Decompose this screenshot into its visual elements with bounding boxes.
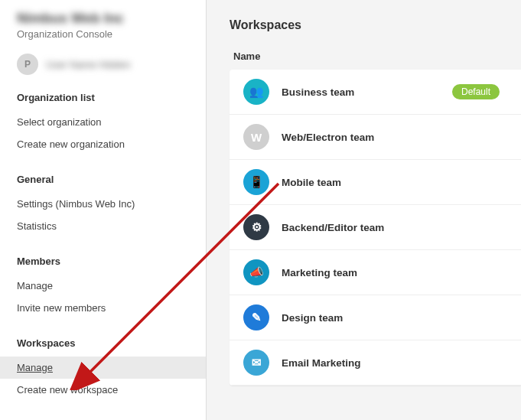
workspace-icon: W bbox=[243, 124, 269, 150]
workspace-icon: ⚙ bbox=[243, 214, 269, 240]
nav-create-organization[interactable]: Create new organization bbox=[0, 133, 206, 155]
nav-statistics[interactable]: Statistics bbox=[0, 215, 206, 237]
nav-create-workspace[interactable]: Create new workspace bbox=[0, 379, 206, 401]
section-header-org-list: Organization list bbox=[17, 92, 189, 103]
workspace-icon: ✎ bbox=[243, 304, 269, 330]
workspace-row[interactable]: ⚙Backend/Editor team bbox=[230, 205, 521, 250]
workspace-name: Mobile team bbox=[282, 177, 507, 188]
workspace-list: 👥Business teamDefaultWWeb/Electron team📱… bbox=[230, 70, 521, 386]
user-name: User Name Hidden bbox=[46, 59, 131, 70]
workspace-name: Business team bbox=[282, 86, 440, 98]
workspace-name: Marketing team bbox=[282, 267, 507, 278]
org-subtitle: Organization Console bbox=[17, 28, 189, 40]
workspace-name: Backend/Editor team bbox=[282, 222, 507, 233]
user-row[interactable]: P User Name Hidden bbox=[17, 54, 189, 75]
workspace-row[interactable]: 📱Mobile team bbox=[230, 160, 521, 205]
section-header-general: General bbox=[17, 174, 189, 185]
page-title: Workspaces bbox=[230, 18, 521, 32]
workspace-name: Email Marketing bbox=[282, 357, 507, 369]
workspace-row[interactable]: 📣Marketing team bbox=[230, 250, 521, 295]
section-header-members: Members bbox=[17, 256, 189, 267]
default-badge: Default bbox=[452, 84, 500, 99]
workspace-row[interactable]: ✎Design team bbox=[230, 295, 521, 340]
workspace-name: Design team bbox=[282, 312, 507, 324]
main-panel: Workspaces Name 👥Business teamDefaultWWe… bbox=[207, 0, 521, 420]
org-title: Nimbus Web Inc bbox=[17, 11, 189, 27]
nav-select-organization[interactable]: Select organization bbox=[0, 111, 206, 133]
column-header-name: Name bbox=[230, 50, 521, 62]
workspace-icon: 📱 bbox=[243, 169, 269, 195]
nav-invite-members[interactable]: Invite new members bbox=[0, 297, 206, 319]
nav-settings[interactable]: Settings (Nimbus Web Inc) bbox=[0, 193, 206, 215]
workspace-row[interactable]: WWeb/Electron team bbox=[230, 115, 521, 160]
sidebar: Nimbus Web Inc Organization Console P Us… bbox=[0, 0, 207, 420]
workspace-row[interactable]: 👥Business teamDefault bbox=[230, 70, 521, 115]
workspace-name: Web/Electron team bbox=[282, 132, 507, 143]
nav-workspaces-manage[interactable]: Manage bbox=[0, 357, 206, 379]
avatar: P bbox=[17, 54, 38, 75]
nav-members-manage[interactable]: Manage bbox=[0, 275, 206, 297]
workspace-icon: 👥 bbox=[243, 79, 269, 105]
section-header-workspaces: Workspaces bbox=[17, 337, 189, 349]
workspace-row[interactable]: ✉Email Marketing bbox=[230, 340, 521, 386]
workspace-icon: 📣 bbox=[243, 259, 269, 285]
workspace-icon: ✉ bbox=[243, 350, 269, 376]
